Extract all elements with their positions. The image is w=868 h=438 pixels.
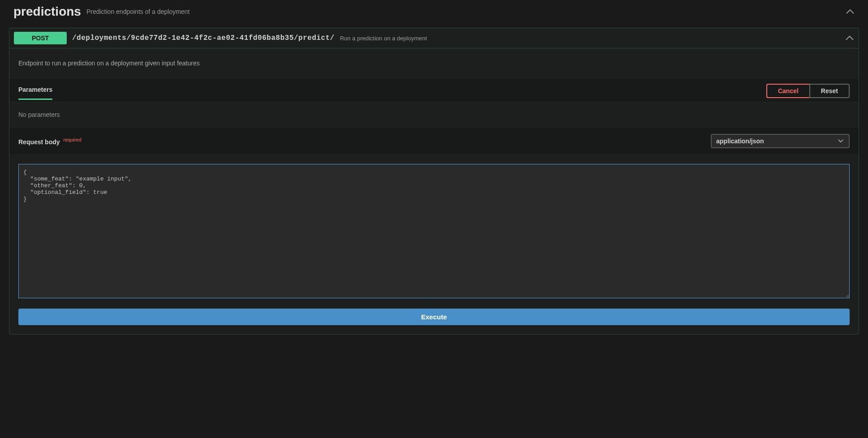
reset-button[interactable]: Reset: [809, 84, 850, 98]
content-type-select[interactable]: application/json: [711, 134, 850, 148]
endpoint-block: POST /deployments/9cde77d2-1e42-4f2c-ae0…: [9, 28, 859, 335]
section-header[interactable]: predictions Prediction endpoints of a de…: [0, 0, 868, 23]
parameters-header: Parameters Cancel Reset: [9, 78, 859, 102]
endpoint-summary: Run a prediction on a deployment: [340, 35, 427, 42]
request-body-label: Request body required: [18, 137, 82, 146]
no-parameters-text: No parameters: [9, 102, 859, 127]
request-body-textarea[interactable]: [18, 164, 850, 298]
endpoint-header[interactable]: POST /deployments/9cde77d2-1e42-4f2c-ae0…: [9, 28, 859, 48]
chevron-up-icon: [846, 7, 855, 16]
request-body-label-text: Request body: [18, 138, 60, 145]
section-title: predictions: [13, 4, 81, 19]
execute-wrapper: Execute: [9, 309, 859, 334]
required-tag: required: [63, 137, 81, 142]
endpoint-path: /deployments/9cde77d2-1e42-4f2c-ae02-41f…: [72, 34, 335, 42]
execute-button[interactable]: Execute: [18, 309, 850, 325]
parameters-tab[interactable]: Parameters: [18, 86, 52, 100]
request-body-header: Request body required application/json: [9, 127, 859, 155]
section-description: Prediction endpoints of a deployment: [86, 8, 189, 15]
chevron-up-icon: [845, 34, 854, 43]
request-body-area: [9, 155, 859, 309]
endpoint-description: Endpoint to run a prediction on a deploy…: [9, 48, 859, 78]
cancel-button[interactable]: Cancel: [766, 84, 809, 98]
try-out-buttons: Cancel Reset: [766, 84, 850, 98]
endpoint-body: Endpoint to run a prediction on a deploy…: [9, 48, 859, 334]
method-badge: POST: [14, 32, 67, 44]
